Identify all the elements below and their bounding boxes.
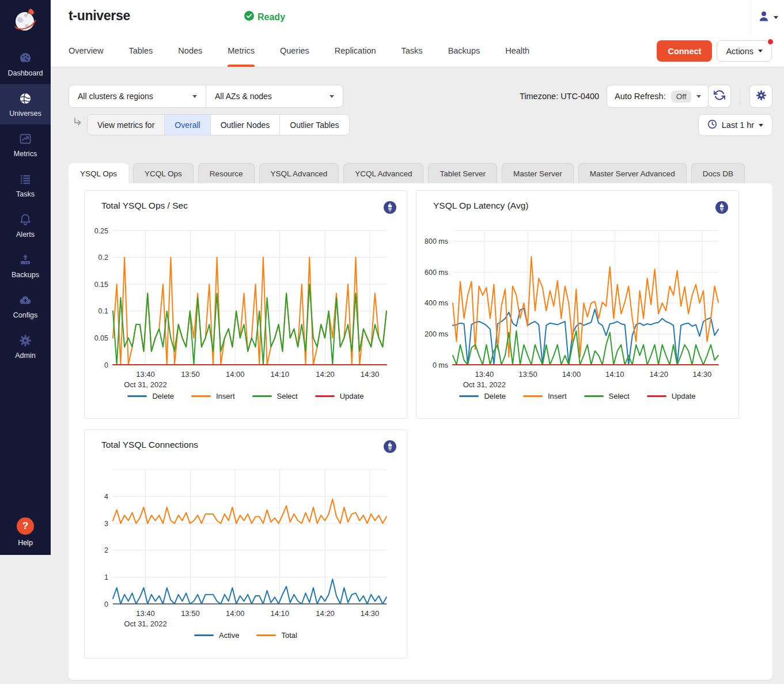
legend-label: Select: [609, 392, 630, 400]
auto-refresh-dropdown[interactable]: Auto Refresh: Off: [607, 85, 709, 108]
tab-queries[interactable]: Queries: [280, 35, 309, 67]
tab-backups[interactable]: Backups: [448, 35, 480, 67]
view-tab-overall[interactable]: Overall: [165, 115, 210, 135]
chevron-down-icon: [192, 95, 197, 98]
legend-swatch: [194, 634, 214, 636]
legend-item-total[interactable]: Total: [256, 631, 297, 640]
metric-tab-ysql-ops[interactable]: YSQL Ops: [69, 163, 128, 183]
azs-nodes-dropdown[interactable]: All AZs & nodes: [206, 85, 343, 107]
app-logo[interactable]: [11, 0, 40, 44]
svg-text:14:00: 14:00: [562, 370, 581, 379]
prometheus-icon[interactable]: [383, 440, 397, 456]
page-title: t-universe: [69, 8, 130, 24]
legend-label: Update: [672, 392, 696, 400]
sidebar-item-tasks[interactable]: Tasks: [0, 165, 51, 205]
metric-tab-ysql-advanced[interactable]: YSQL Advanced: [259, 163, 339, 183]
view-metrics-label: View metrics for: [88, 115, 165, 135]
clusters-regions-dropdown[interactable]: All clusters & regions: [69, 85, 206, 107]
svg-text:1: 1: [104, 573, 108, 581]
legend-item-insert[interactable]: Insert: [191, 392, 235, 400]
metric-tab-resource[interactable]: Resource: [198, 163, 255, 183]
chevron-down-icon: [329, 95, 334, 98]
svg-text:14:00: 14:00: [226, 609, 245, 618]
legend-item-active[interactable]: Active: [194, 631, 239, 640]
sidebar-item-label: Universes: [9, 109, 41, 118]
status-badge: Ready: [244, 11, 285, 23]
svg-text:400 ms: 400 ms: [425, 299, 448, 307]
svg-text:0.25: 0.25: [94, 227, 108, 235]
metric-tab-master-server-advanced[interactable]: Master Server Advanced: [578, 163, 687, 183]
sidebar-item-configs[interactable]: Configs: [0, 286, 51, 326]
legend-swatch: [252, 395, 272, 397]
legend-item-insert[interactable]: Insert: [523, 392, 567, 400]
sidebar-item-help[interactable]: ? Help: [17, 517, 34, 547]
chart-card-total-ysql-ops: Total YSQL Ops / Sec 13:40Oct 31, 202213…: [84, 190, 407, 419]
view-tab-outlier-nodes[interactable]: Outlier Nodes: [211, 115, 281, 135]
metrics-icon: [18, 132, 32, 146]
settings-button[interactable]: [749, 85, 772, 108]
metric-tab-ycql-ops[interactable]: YCQL Ops: [133, 163, 194, 183]
tab-nodes[interactable]: Nodes: [178, 35, 202, 67]
cluster-filters: All clusters & regions All AZs & nodes: [69, 85, 343, 108]
sidebar-item-label: Alerts: [16, 230, 35, 239]
sidebar-item-alerts[interactable]: Alerts: [0, 205, 51, 245]
legend-item-update[interactable]: Update: [315, 392, 364, 400]
legend-item-delete[interactable]: Delete: [459, 392, 506, 400]
legend-item-delete[interactable]: Delete: [127, 392, 174, 400]
tab-metrics[interactable]: Metrics: [228, 35, 255, 67]
legend-swatch: [256, 634, 276, 636]
check-circle-icon: [244, 11, 254, 23]
metric-tab-docs-db[interactable]: Docs DB: [691, 163, 745, 183]
actions-button[interactable]: Actions: [717, 40, 772, 62]
svg-text:13:40: 13:40: [136, 370, 155, 379]
user-menu[interactable]: [751, 0, 784, 35]
svg-text:13:40: 13:40: [136, 609, 155, 618]
svg-text:0 ms: 0 ms: [433, 361, 448, 369]
sidebar-item-label: Configs: [13, 311, 37, 319]
chart-title: Total YSQL Connections: [101, 440, 198, 450]
sidebar-item-label: Metrics: [14, 150, 37, 158]
legend-swatch: [191, 395, 211, 397]
legend-label: Active: [219, 631, 239, 640]
metric-tab-master-server[interactable]: Master Server: [502, 163, 574, 183]
legend-item-select[interactable]: Select: [252, 392, 298, 400]
tab-overview[interactable]: Overview: [69, 35, 103, 67]
svg-text:Oct 31, 2022: Oct 31, 2022: [124, 380, 166, 389]
chart-canvas[interactable]: 13:40Oct 31, 202213:5014:0014:1014:2014:…: [90, 457, 402, 630]
user-avatar-icon: [757, 9, 771, 25]
svg-text:0.15: 0.15: [94, 281, 108, 289]
svg-text:800 ms: 800 ms: [425, 237, 448, 245]
tab-tables[interactable]: Tables: [128, 35, 153, 67]
tab-replication[interactable]: Replication: [335, 35, 376, 67]
sidebar-item-admin[interactable]: Admin: [0, 326, 51, 366]
chart-title: YSQL Op Latency (Avg): [433, 201, 528, 211]
svg-text:13:50: 13:50: [181, 609, 200, 618]
time-range-dropdown[interactable]: Last 1 hr: [698, 114, 772, 136]
svg-text:0.1: 0.1: [99, 307, 108, 315]
metric-tab-tablet-server[interactable]: Tablet Server: [428, 163, 497, 183]
sidebar-item-backups[interactable]: Backups: [0, 245, 51, 286]
alerts-icon: [18, 213, 32, 226]
prometheus-icon[interactable]: [383, 201, 397, 217]
help-question-icon: ?: [17, 517, 34, 535]
connect-button[interactable]: Connect: [657, 40, 712, 62]
metric-tab-ycql-advanced[interactable]: YCQL Advanced: [343, 163, 423, 183]
svg-text:14:20: 14:20: [649, 370, 668, 379]
view-tab-outlier-tables[interactable]: Outlier Tables: [280, 115, 349, 135]
tab-health[interactable]: Health: [505, 35, 529, 67]
chart-canvas[interactable]: 13:40Oct 31, 202213:5014:0014:1014:2014:…: [90, 218, 402, 391]
svg-text:Oct 31, 2022: Oct 31, 2022: [124, 619, 166, 628]
prometheus-icon[interactable]: [715, 201, 729, 217]
sidebar-item-universes[interactable]: Universes: [0, 84, 51, 124]
svg-text:14:20: 14:20: [316, 370, 335, 379]
refresh-button[interactable]: [708, 85, 731, 108]
chart-canvas[interactable]: 13:40Oct 31, 202213:5014:0014:1014:2014:…: [422, 218, 733, 391]
gear-icon: [755, 89, 767, 104]
sidebar-item-dashboard[interactable]: Dashboard: [0, 44, 51, 84]
legend-item-update[interactable]: Update: [647, 392, 696, 400]
svg-text:2: 2: [104, 546, 108, 554]
svg-text:13:40: 13:40: [475, 370, 494, 379]
sidebar-item-metrics[interactable]: Metrics: [0, 124, 51, 165]
legend-item-select[interactable]: Select: [584, 392, 630, 400]
tab-tasks[interactable]: Tasks: [402, 35, 423, 67]
